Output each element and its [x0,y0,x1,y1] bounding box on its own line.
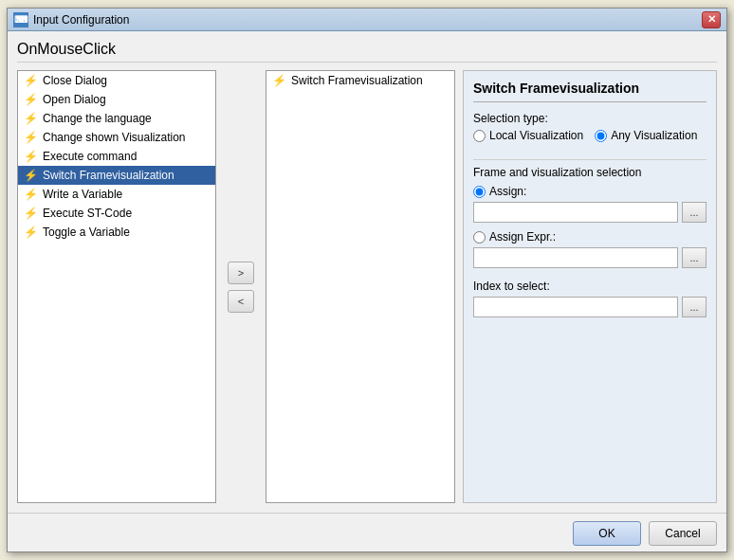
center-list: ⚡Switch Framevisualization [266,70,455,503]
list-item-label-change-language: Change the language [43,112,152,125]
ok-button[interactable]: OK [573,521,641,546]
list-item-execute-st[interactable]: ⚡Execute ST-Code [18,204,215,223]
selection-type-group: Selection type: Local Visualization Any … [473,112,706,142]
list-item-icon-change-visualization: ⚡ [24,131,38,144]
index-input-row: ... [473,297,706,317]
index-label: Index to select: [473,280,706,293]
section-title: OnMouseClick [17,41,717,63]
assign-expr-radio[interactable] [473,231,486,244]
assign-label: Assign: [489,185,526,198]
list-item-close-dialog[interactable]: ⚡Close Dialog [18,71,215,90]
list-item-open-dialog[interactable]: ⚡Open Dialog [18,90,215,109]
list-item-change-language[interactable]: ⚡Change the language [18,109,215,128]
radio-local-option[interactable]: Local Visualization [473,129,583,142]
list-item-icon-change-language: ⚡ [24,112,38,125]
assign-radio[interactable] [473,186,486,198]
list-item-label-open-dialog: Open Dialog [43,93,106,106]
assign-radio-option[interactable]: Assign: [473,185,526,198]
selection-type-label: Selection type: [473,112,706,125]
middle-panel: > < [224,70,258,503]
assign-input-row: ... [473,202,706,223]
main-window: ⌨ Input Configuration ✕ OnMouseClick ⚡Cl… [7,8,727,552]
main-area: ⚡Close Dialog⚡Open Dialog⚡Change the lan… [17,70,717,503]
assign-expr-radio-option[interactable]: Assign Expr.: [473,230,556,244]
frame-section: Frame and visualization selection Assign… [473,166,706,268]
window-content: OnMouseClick ⚡Close Dialog⚡Open Dialog⚡C… [8,31,726,513]
list-item-icon-write-variable: ⚡ [24,188,38,201]
assign-input[interactable] [473,202,678,223]
list-item-icon-open-dialog: ⚡ [24,93,38,106]
list-item-label-switch-frame: Switch Framevisualization [43,169,174,182]
index-input[interactable] [473,297,678,317]
list-item-label-close-dialog: Close Dialog [43,74,107,87]
assign-browse-button[interactable]: ... [682,202,706,223]
list-item-write-variable[interactable]: ⚡Write a Variable [18,185,215,204]
list-item-label-write-variable: Write a Variable [43,188,122,201]
footer: OK Cancel [8,513,726,551]
close-button[interactable]: ✕ [702,11,721,28]
list-item-switch-frame[interactable]: ⚡Switch Framevisualization [18,166,215,185]
list-item-label-execute-st: Execute ST-Code [43,207,132,220]
divider [473,159,706,160]
list-item-icon-switch-frame: ⚡ [24,169,38,182]
list-item-toggle-variable[interactable]: ⚡Toggle a Variable [18,223,215,242]
right-panel: Switch Framevisualization Selection type… [463,70,717,503]
center-list-label-switch-frame-center: Switch Framevisualization [291,74,423,87]
list-item-icon-execute-st: ⚡ [24,207,38,220]
right-panel-title: Switch Framevisualization [473,81,706,102]
radio-any-label: Any Visualization [611,129,697,142]
frame-section-label: Frame and visualization selection [473,166,706,179]
title-bar-left: ⌨ Input Configuration [13,12,129,27]
window-title: Input Configuration [33,13,129,27]
radio-local-label: Local Visualization [489,129,583,142]
selection-type-radios: Local Visualization Any Visualization [473,129,706,142]
list-item-icon-execute-command: ⚡ [24,150,38,163]
list-item-icon-close-dialog: ⚡ [24,74,38,87]
list-item-icon-toggle-variable: ⚡ [24,226,38,239]
center-list-item-switch-frame-center[interactable]: ⚡Switch Framevisualization [266,71,454,90]
list-item-label-toggle-variable: Toggle a Variable [43,226,130,239]
list-item-execute-command[interactable]: ⚡Execute command [18,147,215,166]
list-item-change-visualization[interactable]: ⚡Change shown Visualization [18,128,215,147]
window-icon: ⌨ [13,12,28,27]
index-browse-button[interactable]: ... [682,297,706,317]
center-list-icon-switch-frame-center: ⚡ [272,74,286,87]
list-item-label-execute-command: Execute command [43,150,137,163]
radio-any[interactable] [595,130,607,142]
remove-button[interactable]: < [228,290,254,313]
assign-expr-row: Assign Expr.: [473,230,706,244]
assign-expr-input-row: ... [473,247,706,268]
assign-expr-label: Assign Expr.: [489,230,556,244]
list-item-label-change-visualization: Change shown Visualization [43,131,186,144]
cancel-button[interactable]: Cancel [649,521,717,546]
assign-row: Assign: [473,185,706,198]
assign-expr-input[interactable] [473,247,678,268]
left-panel: ⚡Close Dialog⚡Open Dialog⚡Change the lan… [17,70,216,503]
radio-any-option[interactable]: Any Visualization [595,129,697,142]
add-button[interactable]: > [228,262,254,284]
assign-expr-browse-button[interactable]: ... [682,247,706,268]
radio-local[interactable] [473,130,486,142]
index-group: Index to select: ... [473,280,706,317]
title-bar: ⌨ Input Configuration ✕ [8,9,726,31]
